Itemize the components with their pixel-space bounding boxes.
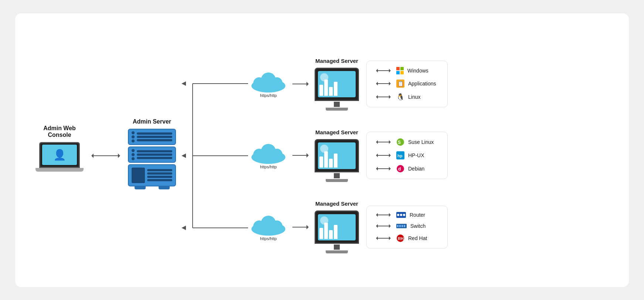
rack-dot (132, 139, 135, 142)
monitor-stand-2 (334, 173, 340, 178)
linux-label: Linux (408, 94, 420, 100)
cloud-to-server-arrow-3 (292, 225, 311, 229)
router-icon (396, 212, 406, 218)
conn-arrow-applications (374, 82, 393, 85)
chart-bar (319, 156, 323, 168)
rack-bar (147, 169, 172, 171)
cloud-2: https/http (248, 142, 289, 169)
applications-icon: 📋 (396, 80, 404, 88)
right-section: https/http Managed Server (248, 48, 614, 263)
cloud-shape-2 (248, 142, 289, 164)
monitor-circle-1 (320, 73, 328, 81)
rack-box (132, 168, 145, 183)
rack-feet (128, 186, 176, 189)
managed-server-1: Managed Server (315, 58, 359, 111)
chart-bar (319, 228, 323, 239)
rack-bar (147, 179, 172, 181)
connection-row-router: Router (374, 212, 440, 218)
monitor-base-1 (326, 108, 348, 111)
cloud-svg-3 (248, 213, 289, 236)
svg-rect-30 (397, 225, 399, 227)
rack-unit-1 (128, 129, 176, 145)
linux-icon: 🐧 (396, 93, 404, 101)
monitor-circle-3 (320, 216, 328, 225)
rack-bar (137, 154, 172, 156)
laptop-screen: 👤 (39, 142, 80, 168)
monitor-2 (315, 139, 359, 172)
arrow-admin-web-to-server (89, 154, 122, 158)
right-row-3: https/http Managed Server (248, 200, 614, 253)
chart-bar (324, 80, 328, 96)
svg-marker-6 (182, 226, 186, 230)
chart-bar (334, 225, 338, 239)
chart-bar (324, 223, 328, 239)
rack-dot (132, 135, 135, 138)
svg-text:hp: hp (397, 154, 403, 158)
rack-dots-2 (132, 149, 135, 160)
rack-dots-1 (132, 131, 135, 142)
rack-bar (147, 172, 172, 175)
redhat-label: Red Hat (408, 235, 427, 241)
chart-bar (329, 159, 333, 168)
conn-arrow-router (374, 213, 393, 217)
suse-icon: S (396, 138, 404, 146)
laptop-screen-inner: 👤 (42, 145, 77, 165)
admin-server-label: Admin Server (133, 118, 171, 125)
rack-bars-3 (147, 169, 172, 181)
conn-arrow-switch (374, 224, 393, 228)
monitor-base-2 (326, 179, 348, 182)
connection-row-switch: Switch (374, 223, 440, 229)
cloud-3: https/http (248, 213, 289, 241)
hp-label: HP-UX (408, 152, 424, 158)
rack-unit-3 (128, 164, 176, 186)
suse-label: Suse Linux (408, 139, 434, 145)
connection-row-windows: Windows (374, 67, 440, 74)
rack-foot (135, 186, 146, 189)
chart-bar (334, 154, 338, 168)
cloud-1: https/http (248, 70, 289, 98)
admin-server-column: Admin Server (122, 118, 182, 189)
svg-text:RH: RH (398, 236, 404, 241)
rack-dot (132, 149, 135, 152)
cloud-label-3: https/http (260, 236, 277, 241)
cloud-shape-3 (248, 213, 289, 236)
monitor-circle-2 (320, 145, 328, 153)
admin-web-label: Admin Web Console (43, 125, 76, 138)
conn-arrow-suse (374, 140, 393, 144)
conn-arrow-redhat (374, 236, 393, 240)
svg-point-24 (271, 220, 282, 232)
connection-group-3: Router Switch (366, 206, 448, 249)
connection-row-hp: hp HP-UX (374, 151, 440, 159)
windows-icon (396, 67, 404, 74)
redhat-icon: RH (396, 234, 404, 242)
windows-label: Windows (407, 68, 428, 74)
conn-arrow-windows (374, 69, 393, 73)
svg-rect-31 (399, 225, 401, 227)
server-rack (128, 129, 176, 186)
diagram-container: Admin Web Console 👤 Admin Serv (15, 13, 629, 287)
main-layout: Admin Web Console 👤 Admin Serv (30, 24, 614, 276)
chart-bar (324, 151, 328, 168)
managed-server-label-3: Managed Server (315, 200, 358, 207)
cloud-svg-1 (248, 70, 289, 92)
rack-dot (132, 157, 135, 160)
cloud-label-2: https/http (260, 165, 277, 169)
connection-group-2: S Suse Linux hp HP- (366, 132, 448, 179)
svg-point-14 (271, 149, 282, 160)
monitor-base-3 (326, 250, 348, 253)
svg-point-27 (400, 214, 402, 216)
laptop-base (35, 168, 84, 172)
hp-icon: hp (396, 151, 404, 159)
right-row-2: https/http Managed Server (248, 129, 614, 182)
rack-dot (132, 131, 135, 134)
svg-text:d: d (398, 166, 401, 172)
svg-marker-4 (182, 81, 186, 86)
svg-point-28 (403, 214, 405, 216)
monitor-screen-3 (318, 214, 356, 240)
svg-rect-33 (404, 225, 405, 227)
chart-bar (329, 87, 333, 96)
svg-rect-32 (401, 225, 403, 227)
svg-point-26 (397, 214, 399, 216)
rack-bar (137, 157, 172, 159)
cloud-label-1: https/http (260, 93, 277, 98)
